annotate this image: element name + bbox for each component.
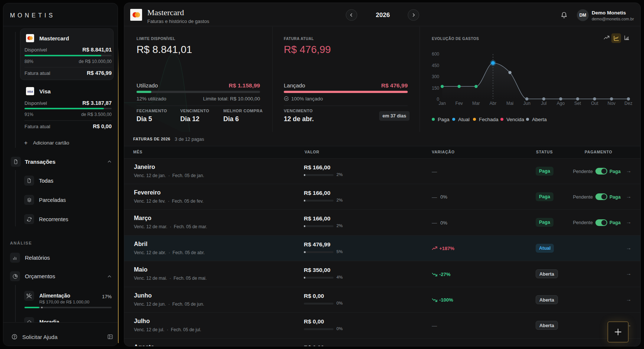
svg-text:VISA: VISA (27, 90, 33, 93)
